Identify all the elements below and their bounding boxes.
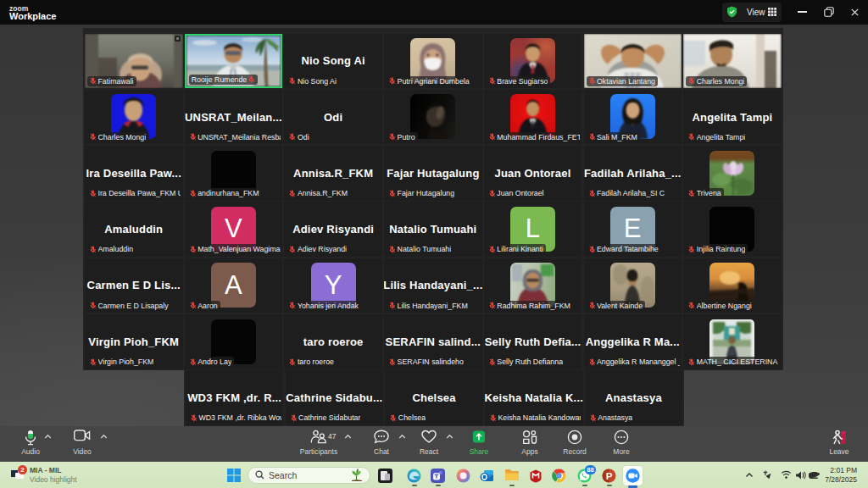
svg-text:P: P [606, 471, 613, 481]
